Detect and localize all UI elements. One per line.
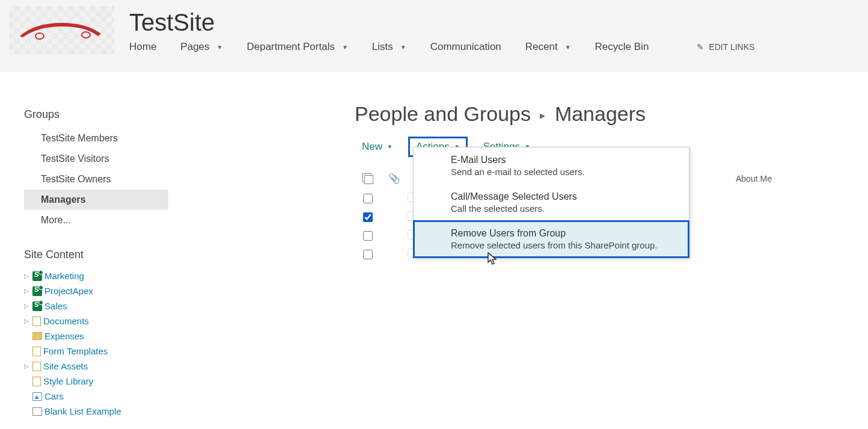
left-sidebar: Groups TestSite MembersTestSite Visitors… [0, 90, 168, 419]
expand-toggle-icon[interactable]: ▷ [24, 273, 31, 279]
pic-icon [32, 392, 42, 401]
breadcrumb-root[interactable]: People and Groups [355, 102, 531, 125]
dropdown-item-remove-users-from-group[interactable]: Remove Users from GroupRemove selected u… [414, 221, 689, 258]
group-item-testsite-owners[interactable]: TestSite Owners [24, 169, 168, 190]
car-logo-icon [17, 18, 107, 42]
expand-toggle-icon[interactable]: ▷ [24, 318, 31, 324]
doc-icon [32, 316, 41, 326]
edit-links-label: EDIT LINKS [709, 42, 754, 52]
new-menu[interactable]: New ▼ [362, 141, 393, 153]
tree-item-label: ProjectApex [44, 286, 93, 296]
caret-down-icon: ▼ [342, 44, 348, 51]
tree-item-form-templates[interactable]: Form Templates [24, 344, 168, 359]
nav-item-department-portals[interactable]: Department Portals▼ [246, 41, 347, 53]
tree-item-label: Style Library [43, 376, 93, 386]
site-logo[interactable] [9, 6, 114, 54]
dropdown-item-description: Call the selected users. [451, 203, 683, 214]
groups-list: TestSite MembersTestSite VisitorsTestSit… [24, 128, 168, 230]
tree-item-label: Marketing [44, 271, 84, 281]
tree-item-site-assets[interactable]: ▷Site Assets [24, 359, 168, 374]
doc-icon [32, 362, 41, 371]
sp-icon [32, 286, 42, 296]
nav-item-recycle-bin[interactable]: Recycle Bin [595, 41, 649, 53]
sp-icon [32, 301, 42, 311]
attachment-column-icon[interactable]: 📎 [388, 173, 400, 184]
tree-item-label: Sales [44, 301, 67, 311]
nav-item-recent[interactable]: Recent▼ [525, 41, 571, 53]
nav-item-lists[interactable]: Lists▼ [372, 41, 406, 53]
row-checkbox[interactable] [363, 231, 373, 241]
folder-icon [32, 332, 42, 340]
dropdown-item-call-message-selected-users[interactable]: Call/Message Selected UsersCall the sele… [414, 184, 689, 221]
caret-down-icon: ▼ [217, 44, 223, 51]
group-item-testsite-visitors[interactable]: TestSite Visitors [24, 149, 168, 169]
svg-point-0 [35, 33, 44, 39]
breadcrumb-separator-icon: ▸ [540, 110, 545, 122]
svg-point-1 [82, 32, 90, 38]
dropdown-item-description: Send an e-mail to selected users. [451, 167, 683, 177]
pencil-icon: ✎ [697, 42, 704, 52]
nav-label: Recent [525, 41, 558, 53]
site-header: TestSite HomePages▼Department Portals▼Li… [0, 0, 868, 72]
nav-label: Department Portals [246, 41, 334, 53]
list-icon [32, 407, 42, 416]
main-content: People and Groups ▸ Managers New ▼ Actio… [168, 90, 868, 419]
tree-item-documents[interactable]: ▷Documents [24, 313, 168, 329]
about-me-column-header[interactable]: About Me [724, 174, 844, 184]
nav-label: Lists [372, 41, 393, 53]
tree-item-blank-list-example[interactable]: Blank List Example [24, 404, 168, 419]
edit-links-button[interactable]: ✎EDIT LINKS [697, 42, 754, 52]
site-content-tree: ▷Marketing▷ProjectApex▷Sales▷DocumentsEx… [24, 268, 168, 419]
expand-toggle-icon[interactable]: ▷ [24, 288, 31, 294]
tree-item-label: Documents [43, 316, 89, 326]
select-all-icon[interactable] [362, 173, 373, 184]
caret-down-icon: ▼ [565, 44, 571, 51]
group-item-managers[interactable]: Managers [24, 190, 168, 210]
expand-toggle-icon[interactable]: ▷ [24, 363, 31, 369]
caret-down-icon: ▼ [400, 44, 406, 51]
dropdown-item-title: Remove Users from Group [451, 228, 683, 239]
doc-icon [32, 377, 41, 386]
tree-item-label: Form Templates [43, 346, 108, 356]
dropdown-item-e-mail-users[interactable]: E-Mail UsersSend an e-mail to selected u… [414, 147, 689, 184]
nav-label: Communication [430, 41, 501, 53]
nav-label: Pages [180, 41, 209, 53]
row-checkbox[interactable] [363, 212, 373, 222]
nav-label: Home [129, 41, 156, 53]
tree-item-label: Cars [44, 391, 64, 401]
dropdown-item-title: Call/Message Selected Users [451, 191, 683, 202]
nav-item-pages[interactable]: Pages▼ [180, 41, 222, 53]
groups-heading: Groups [24, 108, 168, 121]
dropdown-item-description: Remove selected users from this SharePoi… [451, 240, 683, 250]
nav-item-home[interactable]: Home [129, 41, 156, 53]
tree-item-label: Site Assets [43, 361, 88, 371]
top-nav: HomePages▼Department Portals▼Lists▼Commu… [129, 41, 754, 53]
tree-item-marketing[interactable]: ▷Marketing [24, 268, 168, 283]
tree-item-projectapex[interactable]: ▷ProjectApex [24, 283, 168, 298]
tree-item-expenses[interactable]: Expenses [24, 329, 168, 344]
group-item-testsite-members[interactable]: TestSite Members [24, 128, 168, 149]
new-label: New [362, 141, 382, 153]
caret-down-icon: ▼ [387, 144, 393, 150]
group-item-more-[interactable]: More... [24, 210, 168, 230]
breadcrumb-current: Managers [555, 102, 646, 125]
doc-icon [32, 347, 41, 356]
expand-toggle-icon[interactable]: ▷ [24, 303, 31, 309]
tree-item-cars[interactable]: Cars [24, 389, 168, 404]
nav-label: Recycle Bin [595, 41, 649, 53]
row-checkbox[interactable] [363, 250, 373, 259]
tree-item-sales[interactable]: ▷Sales [24, 298, 168, 313]
nav-item-communication[interactable]: Communication [430, 41, 501, 53]
tree-item-style-library[interactable]: Style Library [24, 374, 168, 389]
page-title: People and Groups ▸ Managers [355, 102, 844, 126]
site-title[interactable]: TestSite [129, 9, 754, 36]
tree-item-label: Expenses [44, 331, 84, 341]
sp-icon [32, 271, 42, 281]
actions-dropdown: E-Mail UsersSend an e-mail to selected u… [413, 147, 689, 258]
row-checkbox[interactable] [363, 194, 373, 203]
tree-item-label: Blank List Example [44, 406, 121, 416]
site-content-heading: Site Content [24, 248, 168, 261]
dropdown-item-title: E-Mail Users [451, 155, 683, 165]
